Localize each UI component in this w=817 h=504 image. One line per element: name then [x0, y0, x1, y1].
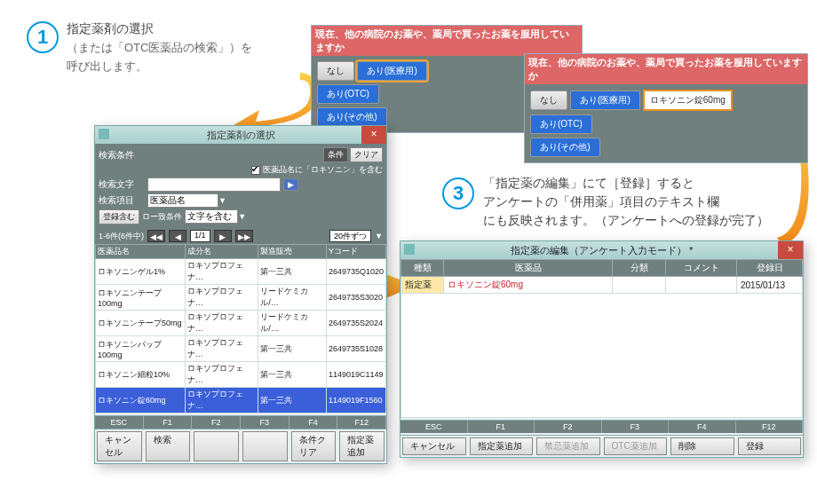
clear-button[interactable]: クリア [350, 147, 383, 162]
page-next[interactable]: ▶ [214, 230, 232, 242]
panel-title: 現在、他の病院のお薬や、薬局で買ったお薬を服用していますか [525, 54, 807, 84]
add-drug-button[interactable]: 指定薬追加 [339, 431, 385, 461]
cell: 1149019C1149 [326, 362, 385, 388]
col-drug[interactable]: 医薬品 [444, 260, 613, 277]
col-type[interactable]: 種類 [401, 260, 444, 277]
cell: ロキソプロフェナ… [185, 285, 258, 311]
search-field-select[interactable] [147, 193, 218, 208]
fkey-f3: F3 [602, 421, 670, 433]
include-registered-button[interactable]: 登録含む [99, 209, 139, 224]
cell: ロキソプロフェナ… [185, 388, 258, 413]
match-mode-select[interactable] [185, 209, 238, 224]
cell: ロキソプロフェナ… [185, 362, 258, 388]
rough-match-label: ロー致条件 [142, 212, 182, 221]
close-icon[interactable]: × [361, 126, 386, 144]
search-text-input[interactable] [147, 177, 281, 192]
cell: 2649735Q1020 [326, 259, 385, 285]
add-contraind-button[interactable]: 禁忌薬追加 [536, 437, 600, 455]
delete-button[interactable]: 削除 [670, 437, 734, 455]
col-drug[interactable]: 医薬品名 [96, 245, 186, 259]
add-otc-button[interactable]: OTC薬追加 [604, 437, 668, 455]
cell: 第一三共 [258, 362, 327, 388]
app-icon [404, 244, 415, 255]
cell: 第一三共 [258, 259, 327, 285]
cancel-button[interactable]: キャンセル [97, 431, 142, 461]
register-button[interactable]: 登録 [738, 437, 802, 455]
drug-edit-dialog: 指定薬の編集（アンケート入力モード） * × 種類 医薬品 分類 コメント 登録… [400, 240, 804, 458]
cell: ロキソニンテープ50mg [96, 311, 186, 336]
page-last[interactable]: ▶▶ [235, 230, 253, 242]
col-maker[interactable]: 製造販売 [258, 245, 327, 259]
edit-grid[interactable]: 種類 医薬品 分類 コメント 登録日 指定薬 ロキソニン錠60mg 2015/0… [401, 259, 803, 294]
fkey-f12: F12 [337, 416, 386, 429]
cancel-button[interactable]: キャンセル [402, 437, 466, 455]
table-row[interactable]: ロキソニンゲル1%ロキソプロフェナ…第一三共2649735Q1020 [96, 259, 386, 285]
option-otc[interactable]: あり(OTC) [317, 84, 379, 104]
search-button[interactable]: 検索 [146, 431, 191, 461]
option-med[interactable]: あり(医療用) [570, 91, 640, 110]
cell: ロキソプロフェナ… [185, 259, 258, 285]
cell-type: 指定薬 [401, 277, 444, 294]
option-none[interactable]: なし [530, 91, 567, 110]
col-ycode[interactable]: Yコード [326, 245, 385, 259]
table-row[interactable]: ロキソニンパップ100mgロキソプロフェナ…第一三共2649735S1028 [96, 336, 386, 362]
cell: 2649735S2024 [326, 311, 385, 336]
window-title: 指定薬の編集（アンケート入力モード） * [511, 245, 693, 256]
col-ingredient[interactable]: 成分名 [185, 245, 258, 259]
fkey-esc: ESC [401, 421, 468, 433]
search-field-label: 検索項目 [99, 194, 145, 207]
drug-select-dialog: 指定薬剤の選択 × 検索条件 条件 クリア 医薬品名に「ロキソニン」を含む 検索… [94, 125, 387, 464]
fkey-esc: ESC [95, 416, 144, 429]
fkey-f2: F2 [192, 416, 241, 429]
step-1-title: 指定薬剤の選択 [67, 21, 154, 35]
f2-button[interactable] [194, 431, 239, 461]
step-1-sub2: 呼び出します。 [67, 59, 147, 73]
step-3-l1: 「指定薬の編集」にて［登録］すると [483, 176, 694, 190]
table-row[interactable]: ロキソニン錠60mgロキソプロフェナ…第一三共1149019F1560 [96, 388, 386, 413]
cell-date: 2015/01/13 [737, 277, 803, 294]
step-3-badge: 3 [442, 177, 474, 209]
option-none[interactable]: なし [317, 61, 354, 81]
page-indicator[interactable]: 1/1 [190, 230, 210, 242]
concurrent-med-panel-after: 現在、他の病院のお薬や、薬局で買ったお薬を服用していますか なし あり(医療用)… [524, 53, 808, 163]
search-text-go[interactable]: ▶ [283, 178, 298, 191]
f3-button[interactable] [242, 431, 288, 461]
page-first[interactable]: ◀◀ [147, 230, 165, 242]
fkey-row: ESC F1 F2 F3 F4 F12 [95, 415, 386, 429]
cond-button[interactable]: 条件 [323, 147, 348, 162]
fbtn-row: キャンセル 指定薬追加 禁忌薬追加 OTC薬追加 削除 登録 [401, 435, 803, 457]
option-other[interactable]: あり(その他) [530, 138, 600, 157]
step-1-badge: 1 [27, 21, 59, 53]
titlebar: 指定薬の編集（アンケート入力モード） * × [401, 241, 803, 259]
col-comment[interactable]: コメント [666, 260, 737, 277]
cell: 1149019F1560 [326, 388, 385, 413]
table-row[interactable]: 指定薬 ロキソニン錠60mg 2015/01/13 [401, 277, 803, 294]
grid-empty-area [401, 294, 803, 418]
cell: リードケミカル/… [258, 285, 327, 311]
col-date[interactable]: 登録日 [737, 260, 803, 277]
fkey-row: ESC F1 F2 F3 F4 F12 [401, 420, 803, 433]
search-cond-label: 検索条件 [99, 149, 145, 161]
cell-class [613, 277, 666, 294]
fkey-f2: F2 [535, 421, 602, 433]
fkey-f1: F1 [144, 416, 193, 429]
cell: 第一三共 [258, 336, 327, 362]
add-drug-button[interactable]: 指定薬追加 [470, 437, 534, 455]
fkey-f4: F4 [290, 416, 338, 429]
contains-checkbox[interactable] [251, 166, 260, 175]
cell: ロキソニン錠60mg [96, 388, 186, 413]
option-other[interactable]: あり(その他) [317, 107, 387, 127]
close-icon[interactable]: × [778, 241, 803, 259]
fbtn-row: キャンセル 検索 条件クリア 指定薬追加 [95, 429, 386, 463]
table-row[interactable]: ロキソニンテープ100mgロキソプロフェナ…リードケミカル/…2649735S3… [96, 285, 386, 311]
option-otc[interactable]: あり(OTC) [530, 114, 592, 134]
cell: ロキソニンテープ100mg [96, 285, 186, 311]
cond-clear-button[interactable]: 条件クリア [291, 431, 337, 461]
page-prev[interactable]: ◀ [169, 230, 186, 242]
col-class[interactable]: 分類 [613, 260, 666, 277]
result-grid[interactable]: 医薬品名 成分名 製造販売 Yコード ロキソニンゲル1%ロキソプロフェナ…第一三… [95, 244, 386, 413]
option-med[interactable]: あり(医療用) [357, 61, 427, 81]
table-row[interactable]: ロキソニンテープ50mgロキソプロフェナ…リードケミカル/…2649735S20… [96, 311, 386, 336]
table-row[interactable]: ロキソニン細粒10%ロキソプロフェナ…第一三共1149019C1149 [96, 362, 386, 388]
page-size[interactable]: 20件ずつ [329, 230, 371, 242]
